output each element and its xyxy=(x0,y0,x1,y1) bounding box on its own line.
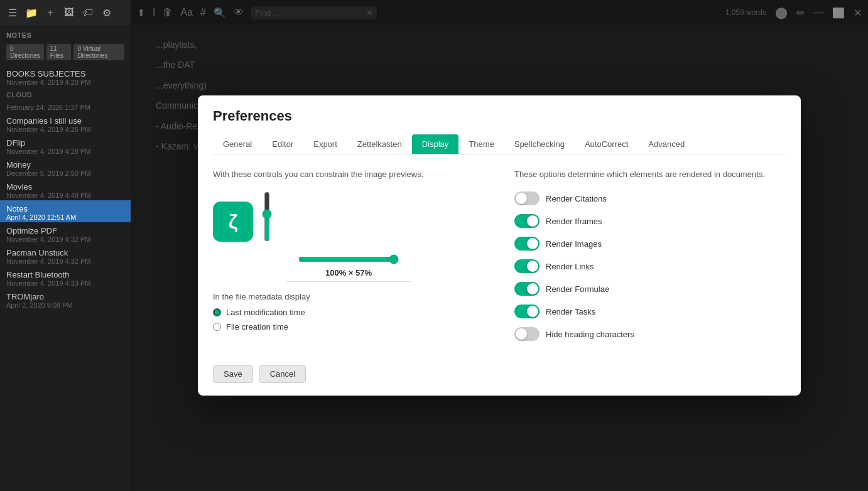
sidebar-filter-row: 0 Directories 11 Files 0 Virtual Directo… xyxy=(0,41,131,65)
toggle-links-knob xyxy=(527,261,538,272)
sidebar-item-title: Movies xyxy=(6,182,124,192)
toggle-render-images: Render Images xyxy=(514,237,786,251)
sidebar-item-title: TROMjaro xyxy=(6,292,124,301)
sidebar-item-companies[interactable]: Companies I still use November 4, 2019 4… xyxy=(0,112,131,134)
image-icon[interactable]: 🖼 xyxy=(62,7,77,18)
sidebar-item-date: November 4, 2019 4:20 PM xyxy=(6,78,124,86)
filter-badge-vdirs[interactable]: 0 Virtual Directories xyxy=(73,44,124,60)
toggle-render-citations: Render Citations xyxy=(514,192,786,205)
sidebar-item-date: February 24, 2020 1:37 PM xyxy=(6,104,124,111)
metadata-label: In the file metadata display xyxy=(213,292,484,301)
toggle-iframes-knob xyxy=(527,215,538,227)
filter-badge-dirs[interactable]: 0 Directories xyxy=(6,44,44,60)
main-area: ⬆ I 🗑 Aa # 🔍 👁 ✕ 1,059 words ⬤ ✏ — ⬜ ✕ .… xyxy=(131,0,868,491)
preferences-dialog: Preferences General Editor Export Zettel… xyxy=(198,95,801,396)
toggle-citations-label: Render Citations xyxy=(546,194,607,203)
sidebar-item-cloud[interactable]: February 24, 2020 1:37 PM xyxy=(0,100,131,112)
cancel-button[interactable]: Cancel xyxy=(259,365,306,383)
sidebar: ☰ 📁 ＋ 🖼 🏷 ⚙ NOTES 0 Directories 11 Files… xyxy=(0,0,131,491)
sidebar-item-dflip[interactable]: DFlip November 4, 2019 4:28 PM xyxy=(0,134,131,156)
menu-icon[interactable]: ☰ xyxy=(5,7,20,19)
tab-editor[interactable]: Editor xyxy=(262,134,303,154)
tab-advanced[interactable]: Advanced xyxy=(638,134,695,154)
preferences-overlay: Preferences General Editor Export Zettel… xyxy=(131,0,868,491)
sidebar-item-title: Notes xyxy=(6,204,124,213)
radio-file-creation-input[interactable] xyxy=(213,323,221,331)
toggle-render-links: Render Links xyxy=(514,259,786,273)
left-description: With these controls you can constrain th… xyxy=(213,170,484,179)
pref-left-panel: With these controls you can constrain th… xyxy=(213,170,484,350)
sidebar-item-books[interactable]: BOOKS SUBJECTES November 4, 2019 4:20 PM xyxy=(0,65,131,87)
sidebar-item-notes[interactable]: Notes April 4, 2020 12:51 AM xyxy=(0,200,131,222)
sidebar-item-optimize-pdf[interactable]: Optimize PDF November 4, 2019 4:32 PM xyxy=(0,222,131,244)
sidebar-toolbar: ☰ 📁 ＋ 🖼 🏷 ⚙ xyxy=(0,0,131,25)
sidebar-item-date: April 2, 2020 9:08 PM xyxy=(6,301,124,309)
tab-export[interactable]: Export xyxy=(303,134,347,154)
toggle-heading-knob xyxy=(516,328,527,340)
slider-divider xyxy=(286,281,411,282)
sidebar-item-money[interactable]: Money December 5, 2019 2:50 PM xyxy=(0,156,131,178)
tab-theme[interactable]: Theme xyxy=(458,134,504,154)
toggle-formulae-label: Render Formulae xyxy=(546,284,609,294)
preferences-title: Preferences xyxy=(213,108,786,124)
tab-display[interactable]: Display xyxy=(412,134,459,154)
right-description: These options determine which elements a… xyxy=(514,170,786,179)
folder-icon[interactable]: 📁 xyxy=(24,7,39,19)
pref-right-panel: These options determine which elements a… xyxy=(514,170,786,350)
sidebar-item-tromjaro[interactable]: TROMjaro April 2, 2020 9:08 PM xyxy=(0,288,131,310)
sidebar-item-title: BOOKS SUBJECTES xyxy=(6,69,124,78)
toggle-links-label: Render Links xyxy=(546,262,594,271)
tab-autocorrect[interactable]: AutoCorrect xyxy=(575,134,638,154)
radio-last-modification[interactable]: Last modification time xyxy=(213,308,484,317)
sidebar-item-title: Restart Bluetooth xyxy=(6,270,124,279)
toggle-citations-knob xyxy=(516,193,527,204)
preferences-tabs: General Editor Export Zettelkasten Displ… xyxy=(213,134,786,154)
height-slider[interactable] xyxy=(261,192,273,242)
sidebar-item-date: November 4, 2019 4:26 PM xyxy=(6,126,124,133)
toggle-images-switch[interactable] xyxy=(514,237,540,251)
app-icon-letter: ζ xyxy=(229,210,238,234)
sidebar-notes-header: NOTES xyxy=(0,25,131,41)
sidebar-item-title: Companies I still use xyxy=(6,116,124,126)
radio-last-mod-input[interactable] xyxy=(213,308,221,316)
width-slider[interactable] xyxy=(298,254,399,264)
toggle-images-label: Render Images xyxy=(546,239,602,249)
toggle-render-formulae: Render Formulae xyxy=(514,282,786,296)
app-icon-preview: ζ xyxy=(213,202,253,242)
tab-spellchecking[interactable]: Spellchecking xyxy=(504,134,575,154)
sidebar-item-restart-bluetooth[interactable]: Restart Bluetooth November 4, 2019 4:33 … xyxy=(0,266,131,288)
toggle-heading-label: Hide heading characters xyxy=(546,330,634,339)
toggle-iframes-switch[interactable] xyxy=(514,214,540,228)
toggle-iframes-label: Render Iframes xyxy=(546,217,602,226)
sidebar-item-date: November 4, 2019 4:32 PM xyxy=(6,235,124,243)
toggle-formulae-knob xyxy=(527,283,538,294)
toggle-citations-switch[interactable] xyxy=(514,192,540,205)
toggle-links-switch[interactable] xyxy=(514,259,540,273)
radio-last-mod-label: Last modification time xyxy=(226,308,305,317)
slider-label: 100% × 57% xyxy=(325,268,372,278)
horizontal-slider-container: 100% × 57% xyxy=(213,254,484,282)
toggle-hide-heading: Hide heading characters xyxy=(514,327,786,341)
sidebar-item-date: April 4, 2020 12:51 AM xyxy=(6,213,124,221)
vertical-slider-container xyxy=(261,192,273,242)
save-button[interactable]: Save xyxy=(213,365,253,383)
toggle-render-iframes: Render Iframes xyxy=(514,214,786,228)
add-icon[interactable]: ＋ xyxy=(43,6,58,19)
toggle-formulae-switch[interactable] xyxy=(514,282,540,296)
settings-icon[interactable]: ⚙ xyxy=(99,7,114,19)
sidebar-cloud-section: CLOUD xyxy=(0,87,131,100)
preferences-header: Preferences General Editor Export Zettel… xyxy=(198,95,801,154)
radio-file-creation[interactable]: File creation time xyxy=(213,322,484,332)
sidebar-item-movies[interactable]: Movies November 4, 2019 4:48 PM xyxy=(0,178,131,200)
filter-badge-files[interactable]: 11 Files xyxy=(46,44,72,60)
toggle-heading-switch[interactable] xyxy=(514,327,540,341)
toggle-render-tasks: Render Tasks xyxy=(514,305,786,318)
tab-zettelkasten[interactable]: Zettelkasten xyxy=(347,134,412,154)
toggle-tasks-switch[interactable] xyxy=(514,305,540,318)
sidebar-item-title: DFlip xyxy=(6,138,124,148)
sidebar-item-pacman[interactable]: Pacman Unstuck November 4, 2019 4:32 PM xyxy=(0,244,131,266)
tag-icon[interactable]: 🏷 xyxy=(80,7,95,18)
tab-general[interactable]: General xyxy=(213,134,262,154)
sidebar-item-title: Optimize PDF xyxy=(6,226,124,235)
image-preview-area: ζ xyxy=(213,192,484,242)
